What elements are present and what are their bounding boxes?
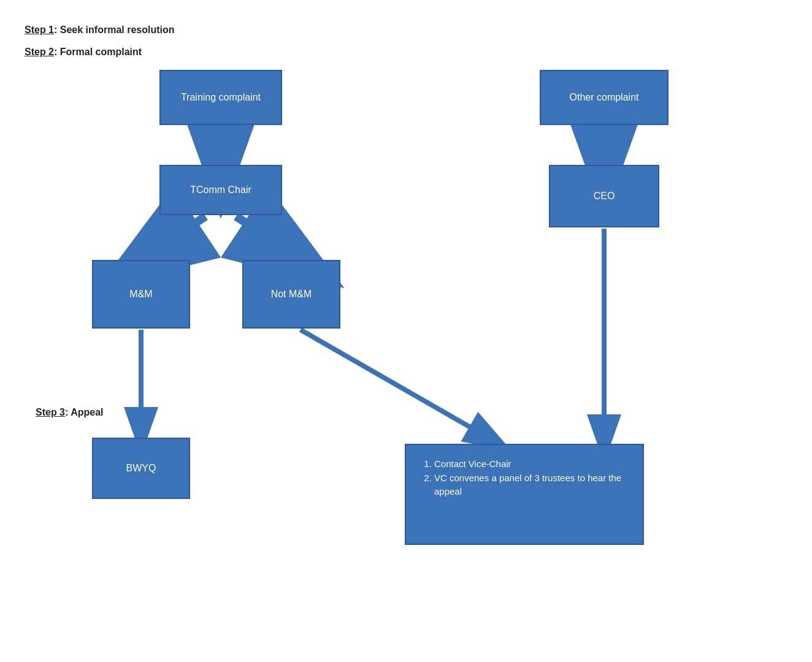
step3-text: : Appeal <box>65 407 104 417</box>
not-mm-label: Not M&M <box>271 289 312 300</box>
step1-heading: Step 1: Seek informal resolution <box>25 25 787 36</box>
appeal-item1: Contact Vice-Chair <box>434 457 626 471</box>
other-complaint-label: Other complaint <box>570 92 639 103</box>
svg-line-4 <box>236 216 294 255</box>
training-complaint-box: Training complaint <box>159 70 282 125</box>
step1-label: Step 1 <box>25 25 54 35</box>
appeal-box-text: Contact Vice-Chair VC convenes a panel o… <box>413 450 635 506</box>
step3-label: Step 3 <box>36 407 65 417</box>
step2-text: : Formal complaint <box>54 47 142 57</box>
tcomm-chair-label: TComm Chair <box>190 185 251 196</box>
bwyq-box: BWYQ <box>92 438 190 499</box>
appeal-box: Contact Vice-Chair VC convenes a panel o… <box>405 444 644 545</box>
step2-label: Step 2 <box>25 47 54 57</box>
step3-heading: Step 3: Appeal <box>36 407 104 418</box>
tcomm-chair-box: TComm Chair <box>159 165 282 215</box>
diagram-area: Training complaint Other complaint TComm… <box>25 64 785 591</box>
mm-label: M&M <box>129 289 152 300</box>
not-mm-box: Not M&M <box>242 260 340 329</box>
step1-text: : Seek informal resolution <box>54 25 174 35</box>
training-complaint-label: Training complaint <box>181 92 261 103</box>
step2-heading: Step 2: Formal complaint <box>25 47 787 58</box>
ceo-label: CEO <box>594 191 615 202</box>
bwyq-label: BWYQ <box>126 463 156 474</box>
svg-line-3 <box>147 216 205 255</box>
svg-line-6 <box>301 330 491 439</box>
ceo-box: CEO <box>549 165 659 227</box>
other-complaint-box: Other complaint <box>540 70 668 125</box>
mm-box: M&M <box>92 260 190 329</box>
appeal-item2: VC convenes a panel of 3 trustees to hea… <box>434 471 626 499</box>
